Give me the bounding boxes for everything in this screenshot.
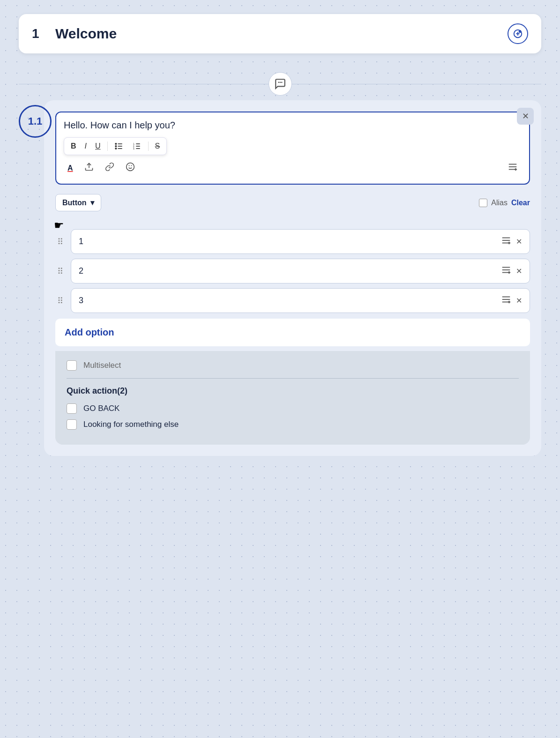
table-row: ⠿ 1	[55, 229, 530, 254]
cursor-icon: ☛	[54, 219, 64, 232]
welcome-number: 1	[32, 26, 46, 41]
button-row: Button ▾ Alias Clear	[55, 194, 530, 211]
svg-point-19	[126, 163, 134, 171]
qa-checkbox-2[interactable]	[67, 419, 77, 430]
option-1-remove-button[interactable]: ✕	[516, 237, 522, 246]
option-3-actions: ✕	[501, 294, 522, 307]
bullet-list-button[interactable]	[111, 140, 127, 153]
connector-row	[19, 72, 541, 96]
drag-handle-3[interactable]: ⠿	[55, 294, 66, 308]
option-1-text: 1	[79, 237, 501, 246]
welcome-card: 1 Welcome +	[19, 14, 541, 53]
options-list: ⠿ 1	[55, 229, 530, 313]
option-2-input[interactable]: 2 ✕	[71, 259, 530, 283]
multiselect-label: Multiselect	[83, 361, 121, 370]
bottom-section: Multiselect Quick action(2) GO BACK Look…	[55, 351, 530, 445]
underline-button[interactable]: U	[91, 140, 105, 152]
table-row: ⠿ 3	[55, 288, 530, 313]
quick-action-row-2: Looking for something else	[67, 419, 519, 430]
format-toolbar: B I U	[64, 137, 167, 155]
qa-checkbox-1[interactable]	[67, 403, 77, 414]
bold-button[interactable]: B	[67, 140, 80, 152]
toolbar-row2-left: A	[64, 160, 139, 176]
chat-icon	[269, 72, 292, 96]
welcome-title: Welcome	[55, 26, 498, 42]
option-2-remove-button[interactable]: ✕	[516, 267, 522, 276]
option-2-actions: ✕	[501, 265, 522, 277]
emoji-button[interactable]	[122, 160, 139, 176]
option-2-add-button[interactable]	[501, 265, 511, 277]
link-button[interactable]	[101, 160, 118, 176]
option-3-text: 3	[79, 296, 501, 306]
upload-button[interactable]	[81, 160, 97, 176]
button-type-dropdown[interactable]: Button ▾	[55, 194, 101, 211]
option-3-input[interactable]: 3 ✕	[71, 288, 530, 313]
editor-text: Hello. How can I help you?	[64, 120, 522, 131]
toolbar-row2: A	[64, 160, 522, 176]
svg-text:+: +	[519, 30, 521, 33]
option-1-actions: ✕	[501, 235, 522, 248]
multiselect-checkbox[interactable]	[67, 360, 77, 371]
option-3-remove-button[interactable]: ✕	[516, 296, 522, 305]
multiselect-row: Multiselect	[67, 360, 519, 371]
option-2-text: 2	[79, 266, 501, 276]
drag-handle-2[interactable]: ⠿	[55, 264, 66, 278]
add-feature-button[interactable]: +	[508, 23, 528, 44]
text-editor-area: Hello. How can I help you? B I U	[55, 112, 530, 185]
toolbar-row1: B I U	[64, 137, 522, 155]
option-1-input[interactable]: 1 ✕	[71, 229, 530, 254]
svg-point-9	[115, 143, 117, 145]
svg-point-10	[115, 146, 117, 147]
option-1-add-button[interactable]	[501, 235, 511, 248]
italic-button[interactable]: I	[81, 140, 90, 152]
alias-label: Alias	[491, 199, 508, 207]
section-divider	[67, 378, 519, 379]
svg-point-11	[115, 148, 117, 149]
close-button[interactable]: ✕	[517, 108, 534, 125]
clear-button[interactable]: Clear	[511, 199, 530, 207]
numbered-list-button[interactable]: 1. 2. 3.	[128, 140, 145, 153]
quick-action-title: Quick action(2)	[67, 386, 519, 396]
editor-panel: ✕ Hello. How can I help you? B I U	[44, 100, 541, 456]
add-option-button[interactable]: Add option	[55, 319, 530, 346]
alias-checkbox[interactable]	[479, 199, 487, 207]
alias-section: Alias Clear	[479, 199, 530, 207]
option-3-add-button[interactable]	[501, 294, 511, 307]
quick-action-row-1: GO BACK	[67, 403, 519, 414]
svg-text:3.: 3.	[133, 147, 134, 150]
drag-handle-1[interactable]: ⠿	[55, 235, 66, 249]
strikethrough-button[interactable]: S	[151, 140, 164, 152]
table-row: ⠿ 2	[55, 259, 530, 283]
text-color-button[interactable]: A	[64, 160, 77, 176]
add-format-button[interactable]	[504, 160, 522, 176]
step-badge: 1.1	[19, 105, 52, 138]
qa-label-1: GO BACK	[83, 404, 119, 413]
qa-label-2: Looking for something else	[83, 420, 179, 429]
